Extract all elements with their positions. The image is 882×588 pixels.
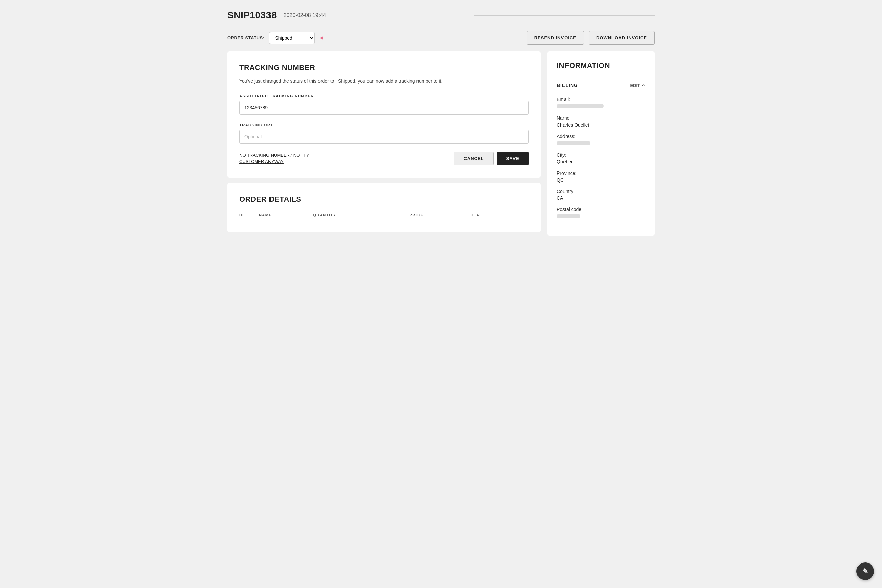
chat-icon: ✎: [862, 567, 868, 576]
content-grid: TRACKING NUMBER You've just changed the …: [227, 51, 655, 236]
order-status-select[interactable]: Pending Processing Shipped Delivered Can…: [269, 32, 315, 44]
tracking-url-label: TRACKING URL: [239, 123, 529, 127]
address-label: Address:: [557, 134, 645, 139]
col-price: PRICE: [410, 210, 468, 220]
col-id: ID: [239, 210, 259, 220]
city-value: Quebec: [557, 159, 645, 165]
tracking-number-label: ASSOCIATED TRACKING NUMBER: [239, 94, 529, 98]
edit-label: EDIT: [630, 83, 640, 88]
billing-header: BILLING EDIT: [557, 77, 645, 91]
order-date: 2020-02-08 19:44: [284, 12, 464, 18]
footer-buttons: CANCEL SAVE: [454, 152, 529, 165]
resend-invoice-button[interactable]: RESEND INVOICE: [526, 31, 584, 45]
tracking-url-input[interactable]: [239, 129, 529, 144]
col-name: NAME: [259, 210, 314, 220]
header-divider: [474, 15, 655, 16]
info-panel-title: INFORMATION: [557, 62, 645, 70]
col-total: TOTAL: [468, 210, 529, 220]
tracking-card: TRACKING NUMBER You've just changed the …: [227, 51, 541, 177]
col-quantity: QUANTITY: [313, 210, 410, 220]
chevron-up-icon: [641, 83, 645, 87]
email-redacted: [557, 104, 604, 108]
svg-marker-1: [320, 36, 323, 40]
address-field-group: Address:: [557, 134, 645, 146]
main-column: TRACKING NUMBER You've just changed the …: [227, 51, 541, 236]
country-label: Country:: [557, 189, 645, 194]
tracking-number-input[interactable]: [239, 100, 529, 115]
province-field-group: Province: QC: [557, 171, 645, 183]
order-id: SNIP10338: [227, 10, 277, 21]
tracking-url-group: TRACKING URL: [239, 123, 529, 144]
email-field-group: Email:: [557, 97, 645, 110]
download-invoice-button[interactable]: DOWNLOAD INVOICE: [589, 31, 655, 45]
postal-redacted: [557, 214, 580, 218]
tracking-number-group: ASSOCIATED TRACKING NUMBER: [239, 94, 529, 115]
city-label: City:: [557, 152, 645, 158]
province-value: QC: [557, 177, 645, 183]
postal-field-group: Postal code:: [557, 207, 645, 219]
name-value: Charles Ouellet: [557, 122, 645, 128]
tracking-card-title: TRACKING NUMBER: [239, 63, 529, 72]
arrow-indicator: [320, 34, 346, 42]
status-row: ORDER STATUS: Pending Processing Shipped…: [227, 31, 655, 45]
email-label: Email:: [557, 97, 645, 102]
header-buttons: RESEND INVOICE DOWNLOAD INVOICE: [526, 31, 655, 45]
billing-title: BILLING: [557, 82, 578, 88]
country-value: CA: [557, 195, 645, 201]
order-details-table: ID NAME QUANTITY PRICE TOTAL: [239, 210, 529, 220]
save-button[interactable]: SAVE: [497, 152, 529, 165]
city-field-group: City: Quebec: [557, 152, 645, 165]
order-status-label: ORDER STATUS:: [227, 35, 264, 40]
address-redacted: [557, 141, 590, 145]
tracking-card-footer: NO TRACKING NUMBER? NOTIFY CUSTOMER ANYW…: [239, 152, 529, 165]
order-details-card: ORDER DETAILS ID NAME QUANTITY PRICE TOT…: [227, 183, 541, 232]
country-field-group: Country: CA: [557, 189, 645, 201]
tracking-card-subtitle: You've just changed the status of this o…: [239, 78, 529, 85]
postal-label: Postal code:: [557, 207, 645, 212]
cancel-button[interactable]: CANCEL: [454, 152, 494, 165]
info-panel: INFORMATION BILLING EDIT Email: Name: Ch…: [548, 51, 655, 236]
order-details-title: ORDER DETAILS: [239, 195, 529, 204]
edit-billing-button[interactable]: EDIT: [630, 83, 645, 88]
province-label: Province:: [557, 171, 645, 176]
chat-button[interactable]: ✎: [856, 562, 874, 580]
name-field-group: Name: Charles Ouellet: [557, 116, 645, 128]
no-tracking-link[interactable]: NO TRACKING NUMBER? NOTIFY CUSTOMER ANYW…: [239, 152, 313, 165]
name-label: Name:: [557, 116, 645, 121]
